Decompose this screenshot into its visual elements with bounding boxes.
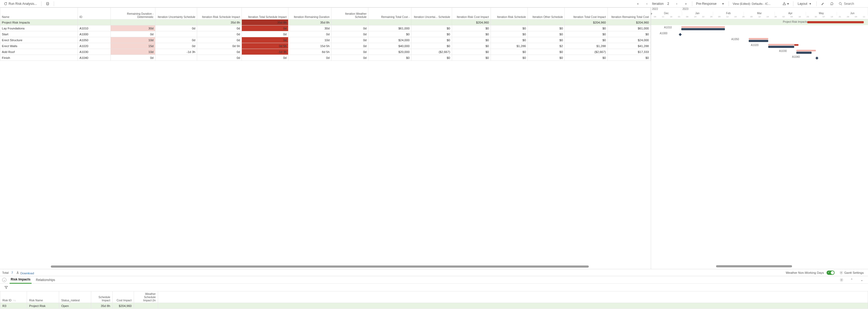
cell[interactable]: 10d [111, 49, 155, 55]
col-risk-cost-impact[interactable]: Iteration Risk Cost Impact [452, 8, 491, 20]
cell-id[interactable] [78, 20, 111, 25]
cell[interactable]: 0d [197, 55, 242, 61]
cell-id[interactable]: A1030 [78, 49, 111, 55]
cell[interactable]: 0d [332, 55, 368, 61]
cell[interactable]: $0 [452, 49, 491, 55]
next-iteration-button[interactable]: › [673, 1, 681, 6]
cell[interactable]: $24,000 [608, 37, 651, 43]
layout-dropdown[interactable]: Layout ▾ [796, 1, 814, 6]
cell[interactable] [528, 20, 565, 25]
cell-name[interactable]: Erect Walls [0, 43, 78, 49]
cell[interactable]: $24,000 [368, 37, 411, 43]
cell-id[interactable]: A1050 [78, 37, 111, 43]
col-id[interactable]: ID [78, 8, 111, 20]
grid-row[interactable]: Lay FoundationsA101030d0d0d0d30d0d$61,00… [0, 25, 651, 31]
cell[interactable]: $2 [528, 43, 565, 49]
cell-name[interactable]: Add Roof [0, 49, 78, 55]
cell[interactable]: 0d [332, 31, 368, 37]
cell-risk-id[interactable]: R3 [0, 303, 27, 309]
gantt-bar-baseline[interactable] [796, 50, 816, 51]
view-dropdown[interactable]: View (Edited): Defaults - IC... [731, 1, 779, 6]
cell[interactable]: $204,960 [608, 20, 651, 25]
total-count-link[interactable]: 7 [11, 271, 13, 274]
detail-expand-up-button[interactable]: ⌃ [848, 277, 856, 283]
gantt-bar-baseline[interactable] [681, 26, 725, 28]
grid-row[interactable]: StartA10000d0d0d0d0d$0$0$0$0$0$0$0 [0, 31, 651, 37]
cell[interactable] [411, 20, 452, 25]
cell-id[interactable]: A1040 [78, 55, 111, 61]
cell[interactable]: $0 [528, 37, 565, 43]
collapse-detail-button[interactable]: ⌄ [2, 278, 6, 282]
gantt-bar-baseline[interactable] [768, 44, 794, 46]
cell[interactable]: 35d 8h [242, 20, 288, 25]
view-warning-button[interactable]: ▾ [780, 1, 791, 6]
cell[interactable]: 35d 8h [197, 20, 242, 25]
cell[interactable]: 0d 5h [197, 43, 242, 49]
cell[interactable]: 0d [242, 37, 288, 43]
cell[interactable]: 15d [111, 43, 155, 49]
cell-name[interactable]: Start [0, 31, 78, 37]
cell[interactable]: $0 [528, 55, 565, 61]
cell[interactable]: $0 [608, 55, 651, 61]
cell[interactable]: 30d [111, 25, 155, 31]
cell[interactable]: -1d 3h [242, 49, 288, 55]
cell[interactable]: 15d 5h [288, 43, 332, 49]
cell[interactable]: $0 [491, 31, 527, 37]
col-risk-id[interactable]: Risk ID ↑↓ [0, 291, 27, 303]
cell[interactable]: 0d [332, 37, 368, 43]
cell[interactable]: $0 [452, 43, 491, 49]
last-iteration-button[interactable]: » [682, 1, 690, 6]
detail-collapse-down-button[interactable]: ⌄ [858, 277, 866, 283]
cell[interactable]: 0d [242, 31, 288, 37]
cell[interactable]: 0d [332, 25, 368, 31]
cell[interactable]: $0 [608, 31, 651, 37]
col-risk-schedule[interactable]: Iteration Risk Schedule [491, 8, 527, 20]
cell[interactable]: $20,000 [368, 49, 411, 55]
cell-id[interactable]: A1020 [78, 43, 111, 49]
cell[interactable]: 0d [242, 55, 288, 61]
run-risk-analysis-button[interactable]: Run Risk Analysis... [2, 1, 39, 6]
cell[interactable]: 8d 5h [288, 49, 332, 55]
cell[interactable]: $204,960 [565, 20, 608, 25]
detail-row[interactable]: R3 Project Risk Open 35d 8h $204,960 [0, 303, 868, 309]
cell[interactable]: $0 [411, 43, 452, 49]
col-risk-sched-impact[interactable]: Iteration Risk Schedule Impact [197, 8, 242, 20]
cell[interactable]: 10d [288, 37, 332, 43]
cell[interactable]: 0d [242, 25, 288, 31]
cell[interactable]: $0 [491, 37, 527, 43]
cell-name[interactable]: Erect Structure [0, 37, 78, 43]
col-weather-impact[interactable]: Weather Schedule Impact (In [134, 291, 158, 303]
scenario-dropdown[interactable]: Pre-Response ▾ [694, 1, 726, 6]
cell[interactable]: $0 [491, 55, 527, 61]
search-input[interactable] [843, 2, 865, 6]
detail-filter-button[interactable] [2, 285, 10, 290]
cell[interactable]: 0d 5h [242, 43, 288, 49]
cell[interactable]: 0d [332, 43, 368, 49]
cell[interactable]: 0d [288, 31, 332, 37]
gantt-milestone[interactable] [815, 56, 818, 59]
cell[interactable]: $40,000 [368, 43, 411, 49]
gantt-bar-iteration[interactable] [749, 40, 768, 42]
col-rem-total-cost2[interactable]: Iteration Remaining Total Cost [608, 8, 651, 20]
col-other-schedule[interactable]: Iteration Other Schedule [528, 8, 565, 20]
find-button[interactable] [819, 1, 827, 6]
cell[interactable]: $0 [565, 37, 608, 43]
cell[interactable]: $0 [368, 55, 411, 61]
col-status[interactable]: Status_risktest [59, 291, 91, 303]
iteration-input[interactable] [665, 2, 672, 6]
cell-name[interactable]: Lay Foundations [0, 25, 78, 31]
cell[interactable]: $0 [411, 31, 452, 37]
grid-row[interactable]: Erect StructureA105010d0d0d0d10d0d$24,00… [0, 37, 651, 43]
grid-h-scrollbar[interactable] [51, 265, 649, 268]
col-weather-sched[interactable]: Iteration Weather Schedule [332, 8, 368, 20]
cell-weather-impact[interactable] [134, 303, 158, 309]
gantt-bar-iteration[interactable] [796, 52, 812, 54]
cell[interactable] [155, 55, 197, 61]
gantt-bar-baseline[interactable] [749, 38, 768, 39]
col-total-cost-impact[interactable]: Iteration Total Cost Impact [565, 8, 608, 20]
cell-status[interactable]: Open [59, 303, 91, 309]
gantt-bar-iteration[interactable] [768, 46, 794, 48]
tab-risk-impacts[interactable]: Risk Impacts [10, 276, 32, 284]
cell[interactable]: 0d [155, 25, 197, 31]
grid-row[interactable]: FinishA10400d0d0d0d0d$0$0$0$0$0$0$0 [0, 55, 651, 61]
